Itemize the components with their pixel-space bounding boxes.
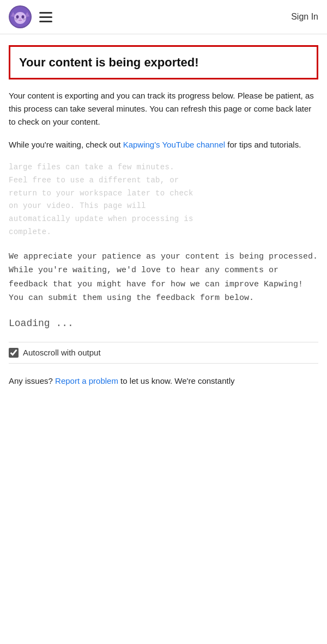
youtube-paragraph: While you're waiting, check out Kapwing'…	[9, 138, 318, 151]
svg-point-4	[16, 15, 19, 19]
export-title: Your content is being exported!	[19, 53, 308, 71]
sign-in-button[interactable]: Sign In	[291, 12, 318, 22]
patience-paragraph: We appreciate your patience as your cont…	[9, 250, 318, 305]
faded-line-6: complete.	[9, 226, 318, 239]
report-problem-link[interactable]: Report a problem	[55, 376, 118, 385]
svg-point-6	[20, 19, 21, 20]
svg-point-3	[14, 12, 26, 24]
header-left	[9, 5, 52, 28]
autoscroll-row: Autoscroll with output	[9, 342, 318, 364]
faded-line-5: automatically update when processing is	[9, 213, 318, 226]
logo-icon[interactable]	[9, 5, 32, 28]
faded-processing-block: large files can take a few minutes. Feel…	[9, 161, 318, 239]
main-content: Your content is being exported! Your con…	[0, 34, 327, 398]
faded-line-2: Feel free to use a different tab, or	[9, 174, 318, 187]
autoscroll-label: Autoscroll with output	[23, 347, 101, 359]
youtube-channel-link[interactable]: Kapwing's YouTube channel	[123, 140, 225, 149]
header: Sign In	[0, 0, 327, 34]
issues-suffix: to let us know. We're constantly	[118, 376, 235, 385]
autoscroll-checkbox[interactable]	[9, 348, 19, 358]
hamburger-icon[interactable]	[39, 12, 52, 22]
issues-row: Any issues? Report a problem to let us k…	[9, 375, 318, 388]
faded-line-3: return to your workspace later to check	[9, 187, 318, 200]
svg-point-5	[22, 15, 25, 19]
export-title-box: Your content is being exported!	[9, 45, 318, 79]
youtube-suffix: for tips and tutorials.	[225, 140, 301, 149]
youtube-prefix: While you're waiting, check out	[9, 140, 123, 149]
loading-text: Loading ...	[9, 316, 318, 331]
issues-prefix: Any issues?	[9, 376, 55, 385]
description-paragraph: Your content is exporting and you can tr…	[9, 89, 318, 128]
faded-line-4: on your video. This page will	[9, 200, 318, 213]
faded-line-1: large files can take a few minutes.	[9, 161, 318, 174]
